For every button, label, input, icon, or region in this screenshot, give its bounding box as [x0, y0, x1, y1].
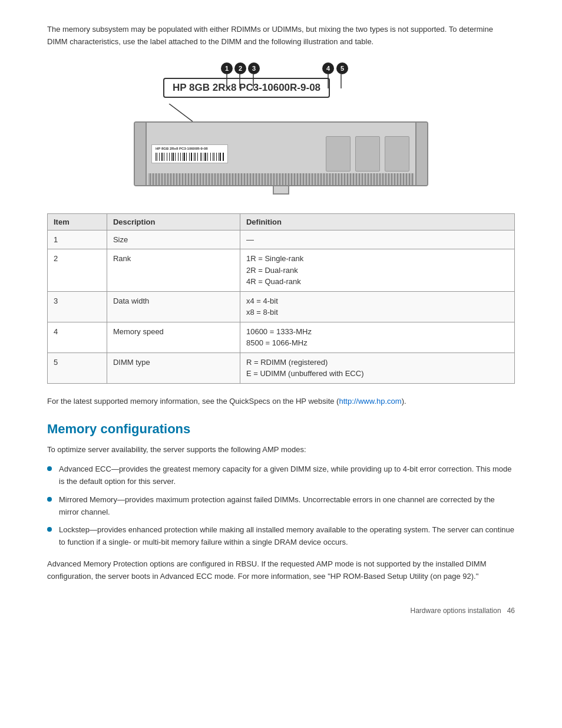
bullet-text: Lockstep—provides enhanced protection wh… [59, 524, 515, 549]
dimm-illustration: 1 2 3 4 5 HP 8GB 2Rx8 PC3-10600R-9-08 [47, 62, 515, 195]
table-cell-definition: R = RDIMM (registered) E = UDIMM (unbuff… [240, 353, 514, 383]
table-cell-definition: x4 = 4-bit x8 = 8-bit [240, 291, 514, 322]
quickspecs-text-before: For the latest supported memory informat… [47, 397, 339, 406]
table-header-description: Description [107, 213, 240, 230]
dimm-notch-right [415, 123, 427, 185]
callout-4: 4 [322, 62, 334, 74]
page-footer-text: Hardware options installation [411, 607, 501, 615]
dimm-connector [148, 173, 414, 185]
barcode [156, 153, 224, 161]
table-cell-description: Memory speed [107, 322, 240, 353]
dimm-bottom-tab [273, 186, 289, 195]
table-row: 4Memory speed10600 = 1333-MHz 8500 = 106… [48, 322, 515, 353]
list-item: Lockstep—provides enhanced protection wh… [47, 524, 515, 549]
dimm-chip-2 [355, 136, 380, 172]
callout-3: 3 [248, 62, 260, 74]
dimm-sticker: HP 8GB 2Rx8 PC3-10600R-9-08 [151, 144, 228, 163]
bullet-text: Advanced ECC—provides the greatest memor… [59, 463, 515, 488]
table-row: 5DIMM typeR = RDIMM (registered) E = UDI… [48, 353, 515, 383]
memory-configurations-heading: Memory configurations [47, 421, 515, 437]
callout-numbers-left: 1 2 3 [221, 62, 260, 74]
quickspecs-link[interactable]: http://www.hp.com [339, 397, 401, 406]
callout-2: 2 [234, 62, 246, 74]
table-header-item: Item [48, 213, 107, 230]
table-row: 2Rank1R = Single-rank 2R = Dual-rank 4R … [48, 249, 515, 292]
dimm-chip-1 [326, 136, 351, 172]
table-row: 1Size— [48, 230, 515, 249]
table-cell-item: 5 [48, 353, 107, 383]
dimm-chips [326, 136, 409, 172]
dimm-body: HP 8GB 2Rx8 PC3-10600R-9-08 [134, 121, 428, 186]
page-number: 46 [507, 607, 515, 615]
table-cell-item: 3 [48, 291, 107, 322]
callout-numbers-right: 4 5 [322, 62, 348, 74]
dimm-chip-3 [385, 136, 409, 172]
table-row: 3Data widthx4 = 4-bit x8 = 8-bit [48, 291, 515, 322]
page-footer: Hardware options installation 46 [47, 607, 515, 615]
bullet-text: Mirrored Memory—provides maximum protect… [59, 494, 515, 519]
bullet-dot [47, 466, 52, 471]
bullet-dot [47, 497, 52, 502]
label-to-dimm-lines [134, 104, 428, 121]
memory-configurations-footer: Advanced Memory Protection options are c… [47, 558, 515, 583]
callout-1: 1 [221, 62, 233, 74]
table-cell-definition: 10600 = 1333-MHz 8500 = 1066-MHz [240, 322, 514, 353]
table-cell-definition: 1R = Single-rank 2R = Dual-rank 4R = Qua… [240, 249, 514, 292]
bullet-dot [47, 527, 52, 532]
svg-line-5 [169, 104, 193, 121]
table-cell-item: 4 [48, 322, 107, 353]
intro-paragraph: The memory subsystem may be populated wi… [47, 24, 515, 48]
dimm-characteristics-table: Item Description Definition 1Size—2Rank1… [47, 213, 515, 384]
table-cell-description: Data width [107, 291, 240, 322]
quickspecs-paragraph: For the latest supported memory informat… [47, 396, 515, 408]
list-item: Advanced ECC—provides the greatest memor… [47, 463, 515, 488]
table-cell-description: Size [107, 230, 240, 249]
memory-configurations-intro: To optimize server availability, the ser… [47, 444, 515, 456]
table-cell-definition: — [240, 230, 514, 249]
quickspecs-text-after: ). [402, 397, 406, 406]
table-cell-item: 1 [48, 230, 107, 249]
callout-5: 5 [336, 62, 348, 74]
table-cell-item: 2 [48, 249, 107, 292]
table-cell-description: DIMM type [107, 353, 240, 383]
table-cell-description: Rank [107, 249, 240, 292]
list-item: Mirrored Memory—provides maximum protect… [47, 494, 515, 519]
table-header-definition: Definition [240, 213, 514, 230]
dimm-label-box: HP 8GB 2Rx8 PC3-10600R-9-08 [163, 78, 330, 98]
dimm-notch-left [135, 123, 147, 185]
amp-modes-list: Advanced ECC—provides the greatest memor… [47, 463, 515, 549]
